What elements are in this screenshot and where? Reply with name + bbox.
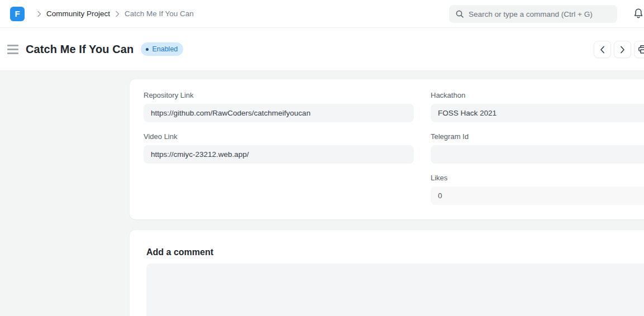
bell-icon	[633, 8, 644, 20]
status-dot	[146, 48, 149, 51]
chevron-left-icon	[600, 46, 605, 54]
app-logo[interactable]: F	[10, 7, 25, 21]
previous-document-button[interactable]	[594, 41, 611, 58]
form-column-right: Hackathon Telegram Id Likes	[431, 92, 644, 205]
field-likes: Likes	[431, 174, 644, 205]
app-window: F Community Project Catch Me If You Can	[0, 0, 644, 316]
video-link-input[interactable]	[144, 145, 414, 164]
printer-icon	[638, 45, 644, 54]
field-label: Repository Link	[144, 92, 414, 99]
search-input[interactable]	[469, 10, 611, 18]
next-document-button[interactable]	[614, 41, 631, 58]
hamburger-icon	[7, 45, 18, 46]
comments-card: Add a comment	[130, 230, 644, 316]
page-header: Catch Me If You Can Enabled	[0, 28, 644, 71]
breadcrumb-item-current[interactable]: Catch Me If You Can	[125, 9, 194, 18]
details-card: Repository Link Video Link Hackathon Tel…	[130, 79, 644, 219]
chevron-right-icon	[620, 46, 625, 54]
repository-link-input[interactable]	[144, 104, 414, 122]
page-title: Catch Me If You Can	[26, 43, 133, 56]
likes-value	[431, 186, 644, 205]
form-column-left: Repository Link Video Link	[144, 92, 414, 205]
comment-input[interactable]	[146, 264, 644, 316]
field-label: Hackathon	[431, 92, 644, 99]
hackathon-input[interactable]	[431, 104, 644, 122]
field-label: Telegram Id	[431, 133, 644, 141]
telegram-id-input[interactable]	[431, 145, 644, 164]
field-label: Video Link	[144, 133, 414, 141]
chevron-right-icon	[37, 11, 41, 17]
field-telegram-id: Telegram Id	[431, 133, 644, 164]
notifications-button[interactable]	[633, 7, 644, 21]
add-comment-heading: Add a comment	[146, 247, 644, 257]
field-repository-link: Repository Link	[144, 92, 414, 122]
search-icon	[455, 9, 464, 18]
global-search[interactable]	[449, 5, 617, 23]
field-label: Likes	[431, 174, 644, 182]
field-hackathon: Hackathon	[431, 92, 644, 122]
top-navbar: F Community Project Catch Me If You Can	[0, 0, 644, 28]
header-actions	[594, 41, 644, 58]
breadcrumb: Community Project Catch Me If You Can	[32, 9, 194, 18]
breadcrumb-item-community-project[interactable]: Community Project	[46, 9, 110, 18]
chevron-right-icon	[115, 11, 120, 17]
sidebar-toggle-button[interactable]	[7, 45, 20, 54]
print-button[interactable]	[634, 41, 644, 58]
field-video-link: Video Link	[144, 133, 414, 164]
status-label: Enabled	[152, 45, 178, 53]
page-body: Repository Link Video Link Hackathon Tel…	[0, 71, 644, 316]
status-badge: Enabled	[141, 42, 183, 56]
